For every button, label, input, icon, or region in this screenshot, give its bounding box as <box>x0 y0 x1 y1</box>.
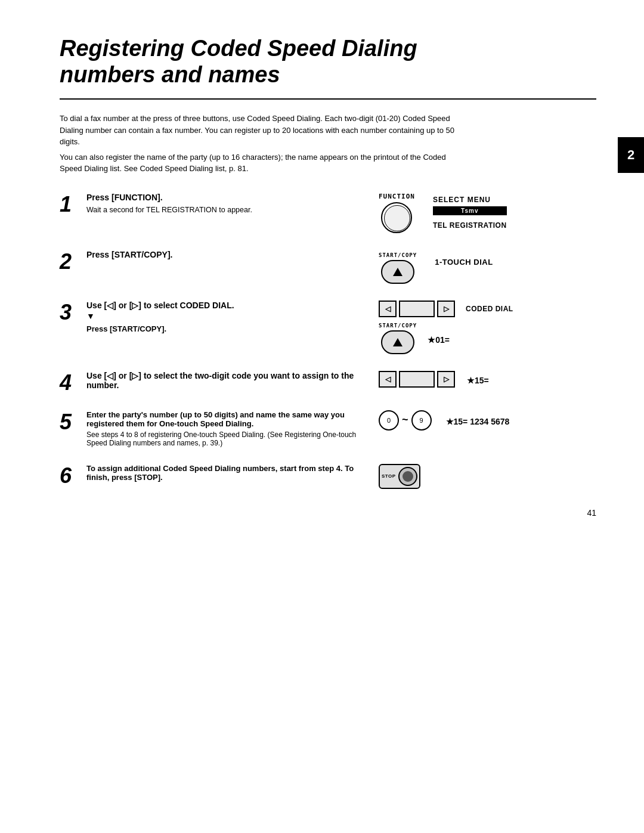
menu-screen: Tsmv <box>433 206 507 215</box>
step-3-row: 3 Use [◁] or [▷] to select CODED DIAL. ▼… <box>60 301 596 354</box>
intro-para1: To dial a fax number at the press of thr… <box>60 113 465 148</box>
tilde-icon: ~ <box>402 414 408 426</box>
menu-display: SELECT MENU Tsmv TEL REGISTRATION <box>433 196 507 230</box>
step3-start-btn-outer <box>381 330 414 354</box>
arrow-up-icon <box>393 268 402 276</box>
step-5-sub: See steps 4 to 8 of registering One-touc… <box>86 431 361 447</box>
step-3-content: Use [◁] or [▷] to select CODED DIAL. ▼ P… <box>86 301 373 333</box>
function-button-inner <box>384 205 410 231</box>
step-6-bold-title: To assign additional Coded Speed Dialing… <box>86 464 361 482</box>
down-arrow-icon: ▼ <box>86 311 361 321</box>
step-4-title: Use [◁] or [▷] to select the two-digit c… <box>86 371 361 390</box>
side-tab: 2 <box>618 137 644 173</box>
step-5-bold-title: Enter the party's number (up to 50 digit… <box>86 410 361 428</box>
func-button-area: FUNCTION SELECT MENU Tsmv TEL REGISTRATI… <box>379 193 507 233</box>
step4-arrow-between <box>399 371 435 388</box>
func-label: FUNCTION <box>379 193 415 200</box>
steps-area: 1 Press [FUNCTION]. Wait a second for TE… <box>60 193 596 506</box>
step4-left-arrow: ◁ <box>379 371 397 388</box>
step-5-number: 5 <box>60 411 86 433</box>
step-1-content: Press [FUNCTION]. Wait a second for TEL … <box>86 193 373 216</box>
select-menu-label: SELECT MENU <box>433 196 507 204</box>
step-3-press: Press [START/COPY]. <box>86 324 361 333</box>
step-5-illustration: 0 ~ 9 ★15= 1234 5678 <box>373 410 575 431</box>
function-button-img: FUNCTION <box>379 193 415 233</box>
function-button-circle <box>381 202 412 233</box>
step-3-illustration: ◁ ▷ CODED DIAL START/COPY <box>373 301 575 354</box>
stop-button: STOP <box>379 464 420 489</box>
step4-right-arrow: ▷ <box>437 371 455 388</box>
start-copy-button-wrapper: START/COPY <box>379 253 417 284</box>
right-arrow-btn: ▷ <box>437 301 455 317</box>
stop-label: STOP <box>382 473 396 479</box>
step-2-illustration: START/COPY 1-TOUCH DIAL <box>373 250 575 284</box>
stop-circle <box>398 467 417 486</box>
step-3-number: 3 <box>60 302 86 323</box>
step-1-number: 1 <box>60 194 86 215</box>
step-5-row: 5 Enter the party's number (up to 50 dig… <box>60 410 596 447</box>
step-2-number: 2 <box>60 251 86 272</box>
intro-text: To dial a fax number at the press of thr… <box>60 113 465 175</box>
numpad-nine: 9 <box>411 410 432 431</box>
stop-button-area: STOP <box>379 464 420 489</box>
left-arrow-btn: ◁ <box>379 301 397 317</box>
step3-start-copy-button: START/COPY <box>379 323 417 354</box>
step-6-content: To assign additional Coded Speed Dialing… <box>86 464 373 484</box>
step-1-title: Press [FUNCTION]. <box>86 193 361 202</box>
page-title: Registering Coded Speed Dialing numbers … <box>60 36 596 88</box>
tel-registration-label: TEL REGISTRATION <box>433 221 507 230</box>
page-container: 2 Registering Coded Speed Dialing number… <box>0 0 644 541</box>
step3-illus: ◁ ▷ CODED DIAL START/COPY <box>379 301 513 354</box>
step-4-row: 4 Use [◁] or [▷] to select the two-digit… <box>60 371 596 394</box>
step-5-content: Enter the party's number (up to 50 digit… <box>86 410 373 447</box>
star-code-1: ★01= <box>428 335 450 345</box>
step3-start-label: START/COPY <box>379 323 417 329</box>
title-divider <box>60 98 596 100</box>
start-copy-button <box>381 260 414 284</box>
step-6-number: 6 <box>60 465 86 487</box>
start-copy-area: START/COPY 1-TOUCH DIAL <box>379 253 493 284</box>
side-tab-number: 2 <box>627 147 634 163</box>
intro-para2: You can also register the name of the pa… <box>60 151 465 175</box>
step-1-row: 1 Press [FUNCTION]. Wait a second for TE… <box>60 193 596 233</box>
touch-dial-label: 1-TOUCH DIAL <box>435 258 493 267</box>
step-2-content: Press [START/COPY]. <box>86 250 373 262</box>
arrow-between <box>399 301 435 317</box>
step-1-desc: Wait a second for TEL REGISTRATION to ap… <box>86 205 361 216</box>
star-code-2: ★15= <box>467 376 489 385</box>
page-number: 41 <box>587 508 596 518</box>
step-2-title: Press [START/COPY]. <box>86 250 361 259</box>
step3-arrow-up-icon <box>393 338 402 346</box>
step-6-row: 6 To assign additional Coded Speed Diali… <box>60 464 596 489</box>
star-code-3: ★15= 1234 5678 <box>446 417 510 426</box>
step-4-illustration: ◁ ▷ ★15= <box>373 371 575 388</box>
step-2-row: 2 Press [START/COPY]. START/COPY 1-TOUCH… <box>60 250 596 284</box>
arrow-buttons-row: ◁ ▷ <box>379 301 455 317</box>
step-1-illustration: FUNCTION SELECT MENU Tsmv TEL REGISTRATI… <box>373 193 575 233</box>
numpad-icon: 0 ~ 9 <box>379 410 432 431</box>
step-4-number: 4 <box>60 372 86 394</box>
step-6-illustration: STOP <box>373 464 575 489</box>
start-copy-top-label: START/COPY <box>379 253 417 259</box>
step-3-title: Use [◁] or [▷] to select CODED DIAL. ▼ <box>86 301 361 321</box>
step-4-content: Use [◁] or [▷] to select the two-digit c… <box>86 371 373 392</box>
coded-dial-label: CODED DIAL <box>466 305 513 313</box>
numpad-zero: 0 <box>379 410 399 431</box>
stop-inner-circle <box>402 471 413 482</box>
step4-arrow-buttons: ◁ ▷ <box>379 371 455 388</box>
